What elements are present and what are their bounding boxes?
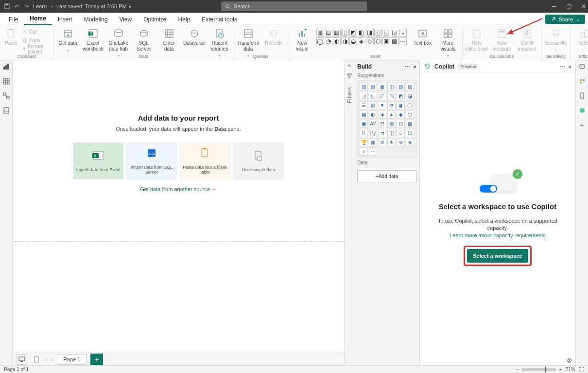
card-sample-data[interactable]: Use sample data	[233, 142, 284, 179]
zoom-slider[interactable]	[522, 368, 556, 371]
svg-rect-55	[258, 157, 261, 160]
mobile-layout-button[interactable]	[31, 354, 42, 365]
copy-button[interactable]: Copy	[22, 36, 51, 44]
sql-server-button[interactable]: SQL Server	[133, 28, 155, 52]
gear-icon[interactable]: ⚙	[567, 357, 572, 364]
empty-state: Add data to your report Once loaded, you…	[13, 114, 344, 192]
select-workspace-button[interactable]: Select a workspace	[467, 249, 528, 263]
ribbon-label-queries: Queries	[237, 54, 285, 60]
more-icon[interactable]: ⋯	[559, 63, 565, 70]
sql-icon: SQL	[146, 147, 157, 159]
expand-icon[interactable]: »	[568, 63, 571, 70]
expand-icon[interactable]: »	[413, 63, 416, 70]
menu-file[interactable]: File	[3, 14, 24, 25]
last-saved-dropdown[interactable]: Last saved: Today at 3:50 PM	[56, 3, 131, 9]
page-tab[interactable]: Page 1	[57, 354, 86, 365]
minimize-button[interactable]: ─	[552, 3, 556, 10]
search-box[interactable]: Search	[221, 1, 367, 11]
close-button[interactable]: ✕	[581, 3, 586, 10]
onelake-icon	[112, 28, 125, 39]
refresh-icon	[267, 28, 280, 39]
onelake-button[interactable]: OneLake data hub⌄	[107, 28, 130, 57]
svg-text:X: X	[94, 154, 97, 158]
card-paste-data[interactable]: Paste data into a blank table	[180, 142, 230, 179]
cut-button[interactable]: Cut	[22, 28, 51, 36]
desktop-layout-button[interactable]	[17, 354, 27, 365]
more-icon[interactable]: ⋯	[404, 63, 410, 70]
model-view-icon[interactable]	[3, 92, 10, 99]
report-canvas-area: Add data to your report Once loaded, you…	[13, 60, 345, 365]
menu-external-tools[interactable]: External tools	[196, 14, 243, 25]
viz-col-chart-icon[interactable]: ▥	[360, 83, 368, 91]
table-view-icon[interactable]	[3, 78, 10, 85]
dax-view-icon[interactable]: DAX	[3, 107, 10, 114]
card-import-sql[interactable]: SQL Import data from SQL Server	[126, 142, 177, 179]
viz-chart-icon[interactable]: ▥	[316, 29, 324, 36]
add-pane-icon[interactable]: +	[580, 122, 584, 129]
save-icon[interactable]	[4, 3, 10, 9]
filters-label[interactable]: Filters	[347, 87, 352, 103]
new-visual-button[interactable]: +New visual	[291, 28, 313, 52]
menu-home[interactable]: Home	[24, 13, 52, 25]
maximize-button[interactable]: ▢	[566, 3, 571, 10]
svg-rect-44	[7, 96, 9, 99]
menu-help[interactable]: Help	[173, 14, 196, 25]
redo-icon[interactable]: ↷	[23, 3, 29, 9]
card-import-excel[interactable]: X Import data from Excel	[73, 142, 123, 179]
new-measure-button[interactable]: New measure	[491, 28, 513, 52]
enter-data-icon	[163, 28, 175, 39]
enter-data-button[interactable]: Enter data	[158, 28, 180, 52]
view-rail: DAX	[0, 60, 13, 365]
transform-data-button[interactable]: Transform data⌄	[237, 28, 259, 57]
data-pane-icon[interactable]	[579, 63, 586, 70]
svg-line-3	[229, 7, 230, 9]
filters-icon[interactable]	[346, 73, 352, 79]
zoom-out-button[interactable]: −	[516, 367, 519, 372]
copilot-pane-icon[interactable]	[579, 107, 586, 114]
publish-button[interactable]: Publish	[573, 28, 588, 46]
refresh-button[interactable]: Refresh	[262, 28, 285, 46]
sensitivity-button[interactable]: Sensitivity⌄	[545, 28, 567, 52]
collapse-build-icon[interactable]: «	[348, 62, 351, 68]
get-data-button[interactable]: Get data⌄	[57, 28, 79, 52]
dataverse-button[interactable]: Dataverse	[183, 28, 206, 46]
undo-icon[interactable]: ↶	[14, 3, 19, 9]
quick-measure-button[interactable]: Quick measure	[516, 28, 538, 52]
visual-gallery[interactable]: ▥▤▦◫◩◧◨◰◱◲⌄ ◯◔◐◑◒◈◇⬡▣▩⋯	[316, 28, 409, 46]
text-box-button[interactable]: AText box	[412, 28, 434, 46]
highlight-box: Select a workspace	[464, 246, 532, 266]
more-visuals-button[interactable]: More visuals⌄	[437, 28, 459, 57]
add-page-button[interactable]: +	[90, 354, 103, 365]
format-painter-button[interactable]: Format painter	[22, 45, 51, 53]
zoom-in-button[interactable]: +	[559, 367, 562, 372]
menu-insert[interactable]: Insert	[52, 14, 78, 25]
report-view-icon[interactable]	[3, 63, 10, 70]
publish-icon	[578, 28, 588, 39]
chevron-down-icon: ⌄	[576, 16, 580, 22]
another-source-link[interactable]: Get data from another source →	[13, 186, 344, 192]
new-calculation-button[interactable]: New calculation	[466, 28, 488, 52]
format-pane-icon[interactable]	[579, 78, 586, 85]
menu-optimize[interactable]: Optimize	[138, 14, 172, 25]
sensitivity-icon	[550, 28, 562, 39]
bookmark-pane-icon[interactable]	[579, 92, 586, 99]
copilot-panel: Copilot Preview ⋯ » ✓ Select a workspace…	[420, 60, 575, 365]
copilot-learn-link[interactable]: Learn more about capacity requirements	[450, 232, 546, 238]
ribbon-label-sensitivity: Sensitivity	[545, 54, 567, 60]
svg-rect-42	[3, 78, 9, 84]
fit-page-button[interactable]: ⛶	[579, 367, 584, 372]
next-page-button[interactable]: ›	[52, 356, 53, 362]
suggestions-heading: Suggestions	[357, 73, 416, 78]
excel-workbook-button[interactable]: XExcel workbook	[82, 28, 104, 52]
svg-point-13	[115, 30, 122, 33]
menu-view[interactable]: View	[113, 14, 138, 25]
add-data-button[interactable]: +Add data	[357, 170, 416, 182]
paste-button[interactable]: Paste	[3, 28, 19, 46]
recent-sources-button[interactable]: Recent sources⌄	[208, 28, 231, 57]
quick-icon	[521, 28, 534, 39]
menu-modeling[interactable]: Modeling	[78, 14, 114, 25]
share-button[interactable]: Share ⌄	[545, 15, 585, 24]
prev-page-button[interactable]: ‹	[46, 356, 48, 362]
svg-point-2	[226, 4, 229, 8]
collapse-ribbon-icon[interactable]: ⌃	[582, 54, 586, 59]
